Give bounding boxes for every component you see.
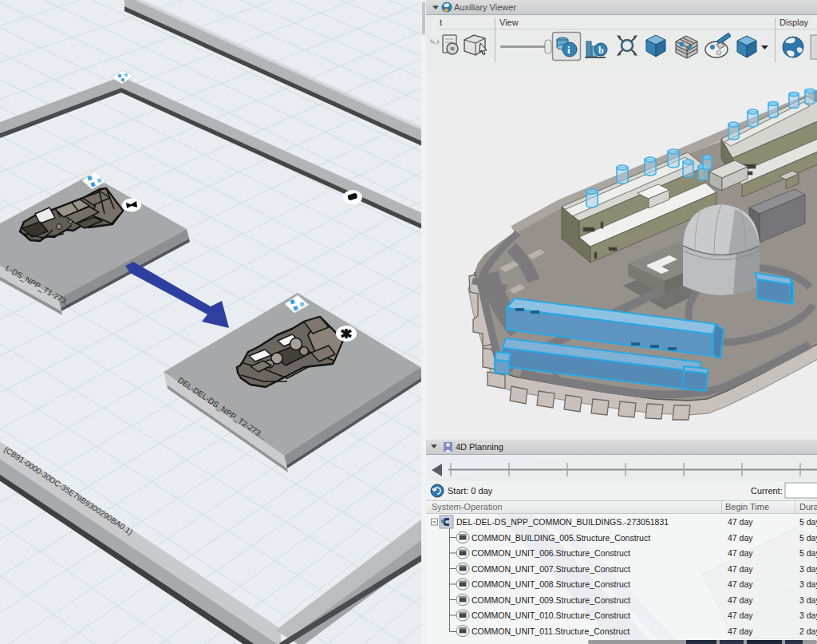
svg-text:View: View [499,18,519,27]
svg-text:COMMON_UNIT_010.Structure_Cons: COMMON_UNIT_010.Structure_Construct [472,610,630,620]
svg-text:COMMON_UNIT_007.Structure_Cons: COMMON_UNIT_007.Structure_Construct [472,564,630,574]
svg-text:3 day: 3 day [799,564,817,574]
svg-text:5 day: 5 day [799,548,817,558]
svg-text:3 day: 3 day [799,579,817,589]
svg-text:COMMON_UNIT_011.Structure_Cons: COMMON_UNIT_011.Structure_Construct [472,626,630,636]
svg-text:COMMON_UNIT_009.Structure_Cons: COMMON_UNIT_009.Structure_Construct [472,595,630,605]
svg-text:b: b [598,45,604,56]
svg-text:3 day: 3 day [799,610,817,620]
svg-text:System-Operation: System-Operation [432,502,503,512]
svg-text:2 day: 2 day [799,626,817,636]
svg-text:47 day: 47 day [728,548,753,558]
svg-text:COMMON_UNIT_006.Structure_Cons: COMMON_UNIT_006.Structure_Construct [472,548,630,558]
svg-text:i: i [567,44,570,56]
svg-text:5 day: 5 day [799,517,817,527]
svg-text:47 day: 47 day [728,517,753,527]
svg-text:4D Planning: 4D Planning [456,442,503,452]
svg-text:5 day: 5 day [799,533,817,543]
svg-text:COMMON_UNIT_008.Structure_Cons: COMMON_UNIT_008.Structure_Construct [472,579,630,589]
svg-text:47 day: 47 day [728,579,753,589]
svg-text:47 day: 47 day [728,610,753,620]
svg-text:Current:: Current: [751,486,783,496]
svg-text:Begin Time: Begin Time [725,502,769,512]
svg-text:Duration: Duration [799,502,817,512]
svg-text:47 day: 47 day [728,595,753,605]
svg-text:47 day: 47 day [728,533,753,543]
svg-text:3 day: 3 day [799,595,817,605]
svg-text:47 day: 47 day [728,626,753,636]
svg-text:COMMON_BUILDING_005.Structure_: COMMON_BUILDING_005.Structure_Construct [472,533,650,543]
svg-text:Display: Display [780,18,809,27]
svg-text:Start: 0 day: Start: 0 day [448,486,493,496]
svg-text:DEL-DEL-DS_NPP_COMMON_BUILDING: DEL-DEL-DS_NPP_COMMON_BUILDINGS.-2730518… [456,517,669,527]
svg-text:47 day: 47 day [728,564,753,574]
svg-text:t: t [440,18,442,27]
